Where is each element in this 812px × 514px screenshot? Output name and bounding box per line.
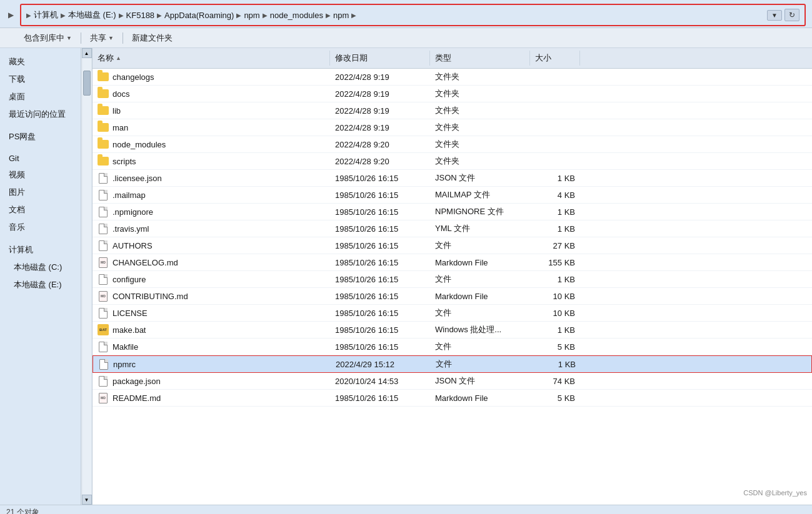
file-name: LICENSE [113, 309, 148, 318]
address-refresh-button[interactable]: ↻ [784, 9, 799, 21]
file-name: Makfile [113, 342, 138, 352]
file-size-cell: 4 KB [530, 188, 580, 202]
table-row[interactable]: docs 2022/4/28 9:19 文件夹 [93, 86, 812, 102]
address-segment-6[interactable]: npm [333, 11, 349, 20]
table-row[interactable]: configure 1985/10/26 16:15 文件 1 KB [93, 271, 812, 288]
nav-left-btn[interactable]: ▶ [4, 7, 18, 23]
file-date-cell: 2022/4/28 9:19 [330, 121, 430, 135]
scroll-thumb[interactable] [83, 71, 91, 96]
sidebar-item-recent[interactable]: 最近访问的位置 [0, 106, 81, 123]
file-size: 1 KB [558, 207, 575, 217]
file-size: 155 KB [548, 258, 575, 267]
sidebar-item-documents[interactable]: 文档 [0, 201, 81, 219]
sidebar-item-downloads[interactable]: 下载 [0, 71, 81, 88]
file-type: JSON 文件 [435, 375, 475, 387]
include-library-button[interactable]: 包含到库中 ▼ [19, 31, 77, 46]
file-size: 1 KB [558, 275, 575, 284]
table-row[interactable]: LICENSE 1985/10/26 16:15 文件 10 KB [93, 305, 812, 322]
share-button[interactable]: 共享 ▼ [85, 31, 119, 46]
col-size[interactable]: 大小 [530, 51, 580, 66]
new-folder-button[interactable]: 新建文件夹 [127, 31, 178, 46]
file-date-cell: 2022/4/28 9:19 [330, 70, 430, 84]
file-date: 2022/4/28 9:19 [335, 89, 389, 99]
file-type: YML 文件 [435, 223, 470, 234]
table-row[interactable]: AUTHORS 1985/10/26 16:15 文件 27 KB [93, 237, 812, 254]
file-date: 1985/10/26 16:15 [335, 258, 398, 267]
file-type: Markdown File [435, 258, 488, 267]
sidebar-item-pictures[interactable]: 图片 [0, 184, 81, 201]
table-row[interactable]: MD CONTRIBUTING.md 1985/10/26 16:15 Mark… [93, 288, 812, 305]
address-segment-0[interactable]: 计算机 [34, 9, 58, 21]
file-icon [98, 375, 109, 387]
file-date: 1985/10/26 16:15 [335, 275, 398, 284]
breadcrumb-sep-6: ▶ [351, 12, 356, 19]
file-icon [98, 88, 109, 99]
toolbar: 包含到库中 ▼ 共享 ▼ 新建文件夹 [0, 28, 812, 48]
scroll-up-button[interactable]: ▲ [82, 48, 92, 58]
address-segment-4[interactable]: npm [244, 11, 259, 20]
file-type: NPMIGNORE 文件 [435, 206, 504, 217]
col-date[interactable]: 修改日期 [330, 51, 430, 66]
scroll-down-button[interactable]: ▼ [82, 495, 92, 505]
file-name-cell: configure [93, 271, 330, 287]
file-type-cell: YML 文件 [430, 220, 530, 237]
col-name[interactable]: 名称 ▲ [93, 51, 330, 66]
file-type-cell: 文件夹 [430, 119, 530, 136]
table-row[interactable]: BAT make.bat 1985/10/26 16:15 Windows 批处… [93, 322, 812, 339]
address-dropdown-button[interactable]: ▼ [767, 10, 782, 21]
table-row[interactable]: npmrc 2022/4/29 15:12 文件 1 KB [93, 355, 812, 373]
file-icon [98, 341, 109, 352]
table-row[interactable]: .licensee.json 1985/10/26 16:15 JSON 文件 … [93, 170, 812, 187]
sidebar-item-desktop[interactable]: 桌面 [0, 88, 81, 106]
file-size-cell: 74 KB [530, 374, 580, 388]
breadcrumb-sep-4: ▶ [263, 12, 268, 19]
file-size-cell [530, 74, 580, 79]
sidebar-item-drive-e[interactable]: 本地磁盘 (E:) [0, 276, 81, 294]
file-icon [98, 274, 109, 285]
file-name-cell: changelogs [93, 69, 330, 85]
address-segment-5[interactable]: node_modules [270, 11, 323, 20]
table-row[interactable]: man 2022/4/28 9:19 文件夹 [93, 119, 812, 136]
sidebar-item-psdrive[interactable]: PS网盘 [0, 128, 81, 146]
sidebar-item-drive-c[interactable]: 本地磁盘 (C:) [0, 259, 81, 276]
table-row[interactable]: changelogs 2022/4/28 9:19 文件夹 [93, 69, 812, 86]
sidebar-item-video[interactable]: 视频 [0, 166, 81, 184]
file-name: .npmignore [113, 207, 153, 217]
file-name-cell: man [93, 119, 330, 136]
table-row[interactable]: MD CHANGELOG.md 1985/10/26 16:15 Markdow… [93, 254, 812, 271]
new-folder-label: 新建文件夹 [132, 32, 173, 44]
file-type: 文件 [435, 274, 451, 285]
sidebar-separator-1 [0, 123, 81, 128]
file-size: 1 KB [558, 360, 576, 369]
sort-arrow-name: ▲ [116, 55, 121, 61]
file-type: 文件夹 [435, 156, 459, 167]
table-row[interactable]: node_modules 2022/4/28 9:20 文件夹 [93, 136, 812, 153]
file-type-cell: Markdown File [430, 289, 530, 304]
address-segment-1[interactable]: 本地磁盘 (E:) [68, 9, 116, 21]
address-segment-3[interactable]: AppData(Roaming) [164, 11, 234, 20]
file-name: lib [113, 106, 121, 116]
table-row[interactable]: lib 2022/4/28 9:19 文件夹 [93, 102, 812, 119]
sidebar-scrollbar[interactable]: ▲ ▼ [81, 48, 93, 505]
file-date-cell: 1985/10/26 16:15 [330, 323, 430, 337]
sidebar-item-git[interactable]: Git [0, 151, 81, 166]
include-library-chevron: ▼ [66, 35, 72, 41]
table-row[interactable]: .mailmap 1985/10/26 16:15 MAILMAP 文件 4 K… [93, 187, 812, 204]
sidebar-item-music[interactable]: 音乐 [0, 219, 81, 236]
file-date: 1985/10/26 16:15 [335, 174, 398, 183]
address-segment-2[interactable]: KF5188 [126, 11, 155, 20]
sidebar-item-computer[interactable]: 计算机 [0, 241, 81, 259]
file-date: 2022/4/28 9:19 [335, 72, 389, 82]
table-row[interactable]: scripts 2022/4/28 9:20 文件夹 [93, 153, 812, 170]
table-row[interactable]: .travis.yml 1985/10/26 16:15 YML 文件 1 KB [93, 220, 812, 237]
file-list-header: 名称 ▲ 修改日期 类型 大小 [93, 48, 812, 69]
file-type: 文件夹 [435, 71, 459, 82]
table-row[interactable]: Makfile 1985/10/26 16:15 文件 5 KB [93, 339, 812, 355]
file-date: 1985/10/26 16:15 [335, 207, 398, 217]
col-type[interactable]: 类型 [430, 51, 530, 66]
table-row[interactable]: MD README.md 1985/10/26 16:15 Markdown F… [93, 390, 812, 407]
file-type-cell: 文件 [430, 339, 530, 355]
table-row[interactable]: package.json 2020/10/24 14:53 JSON 文件 74… [93, 373, 812, 390]
sidebar-item-favorites[interactable]: 藏夹 [0, 53, 81, 71]
table-row[interactable]: .npmignore 1985/10/26 16:15 NPMIGNORE 文件… [93, 204, 812, 220]
